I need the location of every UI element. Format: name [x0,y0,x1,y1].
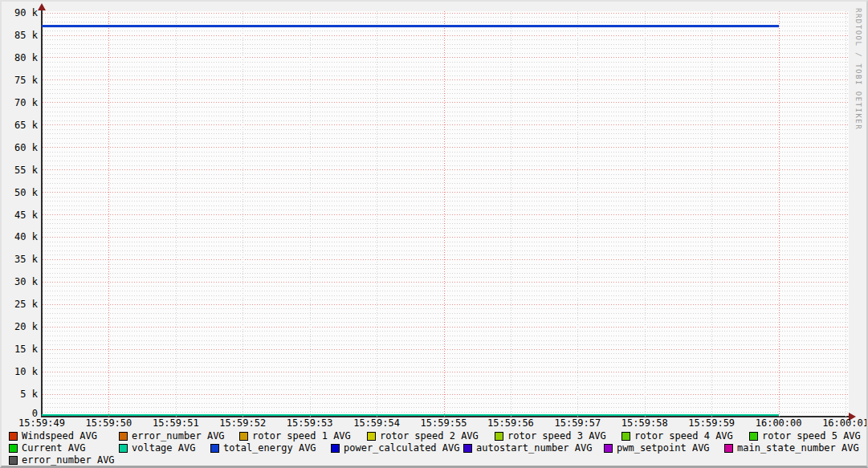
gridline-v-minor [577,11,578,417]
gridline-h-minor [43,75,849,76]
gridline-h-minor [43,138,849,139]
series-line-voltage-avg [42,414,779,416]
x-tick-label: 15:59:57 [544,418,610,429]
gridline-v-minor [310,11,311,417]
legend-label: error_number AVG [132,431,225,442]
legend-swatch-rotor-speed-4-avg [621,432,630,441]
rrdtool-graph: RRDTOOL / TOBI OETIKER 15:59:4915:59:501… [2,2,866,466]
x-tick-label: 15:59:52 [210,418,275,429]
gridline-h-minor [43,129,849,130]
gridline-h-minor [43,98,849,99]
x-tick-label: 15:59:56 [478,418,544,429]
gridline-h-minor [43,93,849,94]
gridline-h-minor [43,143,849,144]
x-tick-label: 15:59:54 [344,418,410,429]
gridline-h-major [43,35,849,36]
y-tick-label: 40 k [2,231,38,242]
gridline-h-minor [43,44,849,45]
gridline-v-minor [511,11,511,417]
legend-label: main_state_number AVG [737,443,859,454]
gridline-h-minor [43,223,849,224]
legend-label: rotor speed 1 AVG [252,431,351,442]
legend-label: Windspeed AVG [22,431,97,442]
legend-label: rotor speed 5 AVG [762,431,861,442]
gridline-h-minor [43,362,849,363]
legend-item-error-number-avg: error_number AVG [119,431,225,442]
gridline-h-minor [43,385,849,385]
gridline-h-minor [43,376,849,376]
legend-swatch-rotor-speed-3-avg [495,432,503,441]
gridline-h-major [43,57,849,58]
gridline-h-major [43,394,849,395]
legend-item-rotor-speed-3-avg: rotor speed 3 AVG [495,431,606,442]
gridline-v-minor [846,11,846,417]
gridline-v-minor [176,11,177,417]
y-tick-label: 35 k [2,254,38,265]
legend-label: power_calculated AVG [344,443,460,454]
gridline-h-minor [43,188,849,189]
gridline-v-major [779,11,780,417]
gridline-h-minor [43,67,849,67]
gridline-h-minor [43,268,849,269]
gridline-h-minor [43,112,849,112]
series-line-total-energy-avg [42,25,779,27]
legend-swatch-error-number-avg [119,432,128,441]
gridline-h-minor [43,89,849,90]
gridline-h-minor [43,174,849,175]
gridline-h-minor [43,318,849,319]
gridline-h-minor [43,228,849,229]
legend-swatch-power-calculated-avg [331,444,340,453]
x-tick-label: 15:59:55 [411,418,477,429]
legend-label: rotor speed 4 AVG [634,431,733,442]
gridline-h-major [43,192,849,193]
gridline-h-minor [43,340,849,341]
gridline-h-major [43,124,849,125]
gridline-h-major [43,327,849,328]
gridline-h-minor [43,358,849,359]
gridline-h-minor [43,273,849,274]
gridline-h-minor [43,107,849,108]
x-tick-label: 15:59:49 [9,418,75,429]
legend-label: voltage AVG [132,443,195,454]
gridline-h-minor [43,381,849,381]
gridline-h-major [43,147,849,148]
y-tick-label: 30 k [2,276,38,287]
gridline-h-minor [43,116,849,116]
legend-item-total-energy-avg: total_energy AVG [210,443,316,454]
legend-swatch-rotor-speed-1-avg [239,432,248,441]
gridline-h-major [43,237,849,238]
gridline-h-minor [43,71,849,71]
gridline-h-major [43,79,849,80]
gridline-h-minor [43,407,849,408]
x-tick-label: 16:00:01 [813,418,868,429]
y-tick-label: 65 k [2,120,38,131]
legend-label: pwm_setpoint AVG [617,443,710,454]
gridline-h-minor [43,286,849,287]
y-tick-label: 45 k [2,210,38,221]
x-tick-label: 15:59:53 [277,418,343,429]
gridline-h-minor [43,31,849,31]
legend-swatch-rotor-speed-2-avg [367,432,376,441]
y-tick-label: 55 k [2,165,38,176]
gridline-h-minor [43,331,849,332]
gridline-h-minor [43,299,849,300]
legend-swatch-voltage-avg [119,444,128,453]
gridline-h-major [43,372,849,372]
gridline-h-minor [43,161,849,161]
legend-item-pwm-setpoint-avg: pwm_setpoint AVG [604,443,710,454]
y-tick-label: 80 k [2,52,38,63]
gridline-h-minor [43,120,849,121]
gridline-h-minor [43,178,849,179]
gridline-h-minor [43,367,849,368]
legend-item-rotor-speed-4-avg: rotor speed 4 AVG [621,431,733,442]
legend-item-voltage-avg: voltage AVG [119,443,195,454]
y-tick-label: 0 [2,408,38,419]
gridline-v-minor [645,11,646,417]
gridline-h-minor [43,246,849,246]
gridline-h-minor [43,344,849,345]
gridline-h-minor [43,277,849,278]
gridline-h-major [43,13,849,14]
y-tick-label: 90 k [2,7,38,18]
legend-swatch-pwm-setpoint-avg [604,444,613,453]
gridline-h-minor [43,62,849,63]
